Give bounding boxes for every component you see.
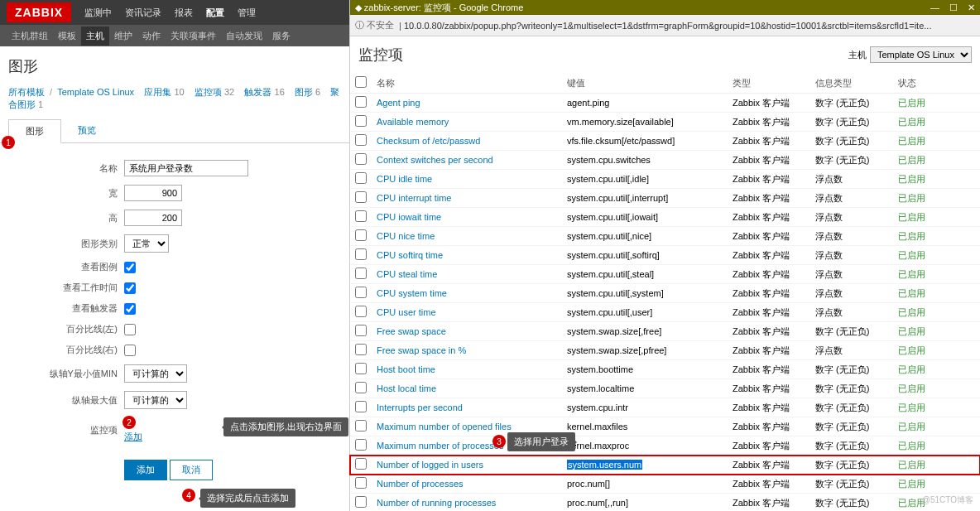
window-close-icon[interactable]: ✕ [968,2,975,13]
menu-reports[interactable]: 报表 [168,7,199,19]
table-row[interactable]: Checksum of /etc/passwdvfs.file.cksum[/e… [350,132,980,151]
row-checkbox[interactable] [355,287,367,298]
table-row[interactable]: CPU nice timesystem.cpu.util[,nice]Zabbi… [350,227,980,246]
item-name[interactable]: Host boot time [372,360,562,379]
item-name[interactable]: Host local time [372,379,562,398]
item-name[interactable]: CPU idle time [372,170,562,189]
menu-admin[interactable]: 管理 [231,7,262,19]
submenu-services[interactable]: 服务 [267,30,295,42]
bc-triggers[interactable]: 触发器 [244,87,271,97]
table-row[interactable]: Interrupts per secondsystem.cpu.intrZabb… [350,398,980,417]
checkbox-all[interactable] [355,76,367,88]
item-name[interactable]: Number of logged in users [372,456,562,475]
item-name[interactable]: CPU user time [372,303,562,322]
row-checkbox[interactable] [355,363,367,374]
tab-preview[interactable]: 预览 [61,119,113,142]
table-row[interactable]: Free swap space in %system.swap.size[,pf… [350,341,980,360]
table-row[interactable]: Agent pingagent.pingZabbix 客户端数字 (无正负)已启… [350,94,980,113]
row-checkbox[interactable] [355,344,367,355]
table-row[interactable]: CPU system timesystem.cpu.util[,system]Z… [350,284,980,303]
input-name[interactable] [124,160,248,176]
table-row[interactable]: Maximum number of opened fileskernel.max… [350,417,980,436]
button-cancel[interactable]: 取消 [170,460,213,480]
th-type[interactable]: 类型 [728,73,810,94]
table-row[interactable]: Number of processesproc.num[]Zabbix 客户端数… [350,475,980,494]
checkbox-pleft[interactable] [124,324,136,335]
row-checkbox[interactable] [355,458,367,470]
item-name[interactable]: CPU softirq time [372,246,562,265]
table-row[interactable]: Available memoryvm.memory.size[available… [350,113,980,132]
table-row[interactable]: CPU softirq timesystem.cpu.util[,softirq… [350,246,980,265]
row-checkbox[interactable] [355,191,367,203]
bc-all-templates[interactable]: 所有模板 [8,87,45,97]
row-checkbox[interactable] [355,268,367,279]
submenu-hostgroups[interactable]: 主机群组 [7,30,53,42]
table-row[interactable]: CPU iowait timesystem.cpu.util[,iowait]Z… [350,208,980,227]
submenu-discovery[interactable]: 自动发现 [221,30,267,42]
bc-graphs[interactable]: 图形 [295,87,313,97]
input-height[interactable] [124,210,182,226]
table-row[interactable]: Host boot timesystem.boottimeZabbix 客户端数… [350,360,980,379]
info-icon[interactable]: ⓘ [355,19,364,31]
item-name[interactable]: Free swap space [372,322,562,341]
select-ymin[interactable]: 可计算的 [124,364,187,383]
item-name[interactable]: CPU system time [372,284,562,303]
table-row[interactable]: CPU user timesystem.cpu.util[,user]Zabbi… [350,303,980,322]
item-name[interactable]: Agent ping [372,94,562,113]
item-name[interactable]: Available memory [372,113,562,132]
th-info[interactable]: 信息类型 [810,73,893,94]
table-row[interactable]: CPU steal timesystem.cpu.util[,steal]Zab… [350,265,980,284]
menu-monitoring[interactable]: 监测中 [78,7,118,19]
table-row[interactable]: CPU interrupt timesystem.cpu.util[,inter… [350,189,980,208]
row-checkbox[interactable] [355,115,367,127]
item-name[interactable]: Free swap space in % [372,341,562,360]
row-checkbox[interactable] [355,325,367,336]
row-checkbox[interactable] [355,96,367,108]
item-name[interactable]: CPU interrupt time [372,189,562,208]
submenu-maintenance[interactable]: 维护 [109,30,137,42]
checkbox-legend[interactable] [124,262,136,273]
row-checkbox[interactable] [355,248,367,260]
th-status[interactable]: 状态 [893,73,980,94]
item-name[interactable]: Checksum of /etc/passwd [372,132,562,151]
row-checkbox[interactable] [355,229,367,241]
th-name[interactable]: 名称 [372,73,562,94]
bc-items[interactable]: 监控项 [195,87,222,97]
submenu-correlation[interactable]: 关联项事件 [166,30,221,42]
bc-applications[interactable]: 应用集 [144,87,171,97]
window-maximize-icon[interactable]: ☐ [949,2,958,13]
input-width[interactable] [124,185,182,201]
table-row[interactable]: Number of logged in userssystem.users.nu… [350,456,980,475]
table-row[interactable]: CPU idle timesystem.cpu.util[,idle]Zabbi… [350,170,980,189]
row-checkbox[interactable] [355,172,367,184]
item-name[interactable]: CPU nice time [372,227,562,246]
host-select[interactable]: Template OS Linux [870,46,972,63]
row-checkbox[interactable] [355,401,367,412]
table-row[interactable]: Number of running processesproc.num[,,ru… [350,494,980,512]
submenu-hosts[interactable]: 主机 [81,27,109,46]
menu-inventory[interactable]: 资讯记录 [118,7,168,19]
link-add-item[interactable]: 添加 [124,431,142,441]
row-checkbox[interactable] [355,439,367,451]
item-name[interactable]: Interrupts per second [372,398,562,417]
checkbox-pright[interactable] [124,345,136,356]
checkbox-trigger[interactable] [124,303,136,315]
item-name[interactable]: CPU steal time [372,265,562,284]
tab-graph[interactable]: 图形 [8,119,61,143]
th-key[interactable]: 键值 [562,73,728,94]
row-checkbox[interactable] [355,306,367,317]
menu-config[interactable]: 配置 [199,7,231,19]
table-row[interactable]: Free swap spacesystem.swap.size[,free]Za… [350,322,980,341]
row-checkbox[interactable] [355,134,367,146]
row-checkbox[interactable] [355,420,367,431]
item-name[interactable]: Number of processes [372,475,562,494]
table-row[interactable]: Context switches per secondsystem.cpu.sw… [350,151,980,170]
item-name[interactable]: CPU iowait time [372,208,562,227]
item-name[interactable]: Context switches per second [372,151,562,170]
submenu-actions[interactable]: 动作 [137,30,166,42]
submenu-templates[interactable]: 模板 [53,30,81,42]
row-checkbox[interactable] [355,210,367,222]
button-add[interactable]: 添加 [124,460,167,480]
row-checkbox[interactable] [355,477,367,489]
checkbox-worktime[interactable] [124,282,136,294]
